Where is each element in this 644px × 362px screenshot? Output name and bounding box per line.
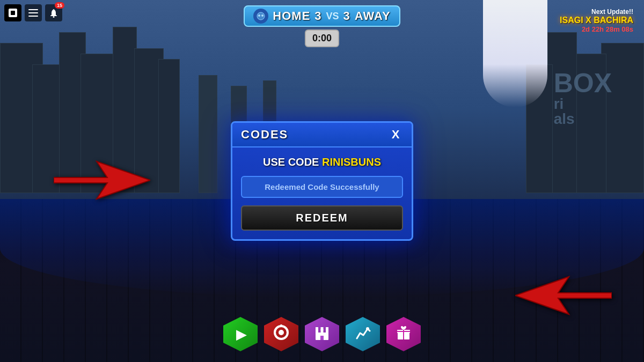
codes-modal: CODES X USE CODE RINISBUNS REDEEM (231, 121, 413, 241)
modal-overlay: CODES X USE CODE RINISBUNS REDEEM (0, 0, 644, 362)
promo-code-name: RINISBUNS (322, 156, 381, 168)
modal-close-button[interactable]: X (388, 127, 403, 142)
modal-header: CODES X (232, 123, 412, 147)
promo-text: USE CODE RINISBUNS (241, 156, 403, 168)
modal-body: USE CODE RINISBUNS REDEEM (232, 147, 412, 239)
promo-use-code: USE CODE (263, 156, 322, 168)
modal-title: CODES (241, 128, 288, 142)
redeem-button[interactable]: REDEEM (241, 205, 403, 231)
code-input[interactable] (241, 176, 403, 198)
